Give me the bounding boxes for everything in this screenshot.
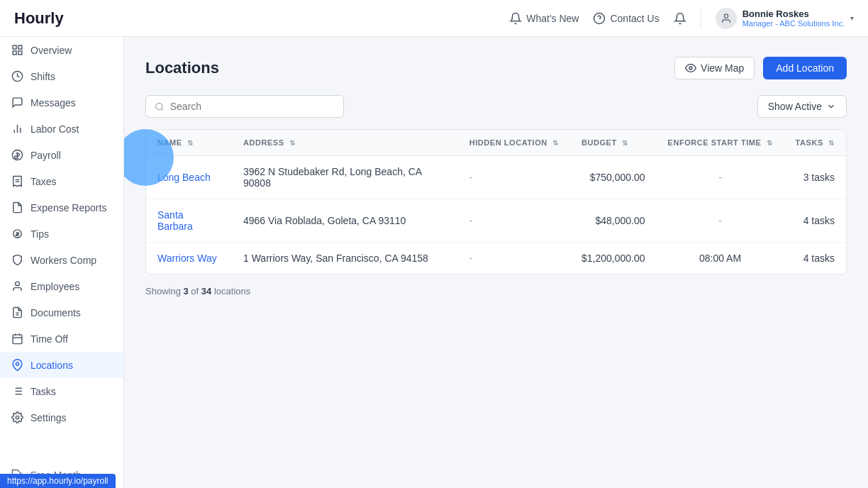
toolbar: Show Active xyxy=(145,95,847,118)
budget-cell: $48,000.00 xyxy=(570,199,657,243)
coin-icon xyxy=(11,228,23,240)
budget-cell: $1,200,000.00 xyxy=(570,243,657,274)
table-row: Warriors Way1 Warriors Way, San Francisc… xyxy=(146,243,846,274)
sidebar-item-workers-comp[interactable]: Workers Comp xyxy=(0,247,123,273)
header-divider xyxy=(701,9,701,28)
svg-point-22 xyxy=(16,362,18,365)
page-header: Locations View Map Add Location xyxy=(145,57,847,79)
sidebar-item-label: Taxes xyxy=(30,176,57,187)
svg-point-15 xyxy=(16,282,20,286)
sidebar-item-payroll[interactable]: Payroll xyxy=(0,142,123,168)
sidebar-item-documents[interactable]: Documents xyxy=(0,299,123,326)
col-name[interactable]: NAME ⇅ xyxy=(146,130,232,156)
svg-line-34 xyxy=(162,109,163,110)
enforce-start-time-cell: - xyxy=(657,156,784,199)
sidebar-item-label: Locations xyxy=(30,360,73,371)
show-active-button[interactable]: Show Active xyxy=(757,95,847,118)
person-icon xyxy=(11,280,23,292)
sidebar-item-label: Payroll xyxy=(30,150,61,161)
user-name: Bonnie Roskes xyxy=(742,9,845,19)
svg-rect-4 xyxy=(18,45,22,49)
sidebar-item-messages[interactable]: Messages xyxy=(0,89,123,116)
notification-icon xyxy=(674,12,686,25)
chevron-down-icon: ▾ xyxy=(850,14,854,22)
sidebar-item-label: Labor Cost xyxy=(30,123,79,135)
enforce-start-time-cell: - xyxy=(657,199,784,243)
eye-icon xyxy=(685,62,696,74)
svg-point-32 xyxy=(689,67,692,70)
sidebar-item-label: Overview xyxy=(30,45,72,56)
location-name[interactable]: Warriors Way xyxy=(146,243,232,274)
sidebar-item-label: Messages xyxy=(30,97,76,109)
page-title: Locations xyxy=(145,59,219,77)
svg-point-29 xyxy=(16,416,18,418)
sidebar-item-label: Tips xyxy=(30,228,49,240)
sidebar-item-locations[interactable]: Locations xyxy=(0,352,123,378)
sidebar-item-tips[interactable]: Tips xyxy=(0,221,123,247)
doc-icon xyxy=(11,306,23,318)
add-location-button[interactable]: Add Location xyxy=(763,57,847,79)
sidebar-item-label: Employees xyxy=(30,281,79,292)
receipt-icon xyxy=(11,175,23,187)
col-budget[interactable]: BUDGET ⇅ xyxy=(570,130,657,156)
col-enforce-start-time[interactable]: ENFORCE START TIME ⇅ xyxy=(657,130,784,156)
location-name[interactable]: Long Beach xyxy=(146,156,232,199)
grid-icon xyxy=(11,44,23,56)
list-icon xyxy=(11,385,23,397)
sidebar-item-expense-reports[interactable]: Expense Reports xyxy=(0,194,123,221)
sidebar-item-labor-cost[interactable]: Labor Cost xyxy=(0,116,123,142)
sidebar-item-time-off[interactable]: Time Off xyxy=(0,326,123,352)
help-icon xyxy=(593,12,606,25)
budget-cell: $750,000.00 xyxy=(570,156,657,199)
svg-point-2 xyxy=(724,14,728,18)
notifications-button[interactable] xyxy=(674,12,686,25)
sidebar-item-taxes[interactable]: Taxes xyxy=(0,168,123,194)
gear-icon xyxy=(11,411,23,423)
bell-icon xyxy=(509,12,522,25)
bar-chart-icon xyxy=(11,123,23,135)
user-info: Bonnie Roskes Manager - ABC Solutions In… xyxy=(742,9,845,28)
sidebar-item-label: Time Off xyxy=(30,333,68,345)
chevron-down-icon xyxy=(826,101,836,111)
app-logo: Hourly xyxy=(14,9,64,28)
sidebar-item-label: Documents xyxy=(30,307,81,318)
svg-rect-18 xyxy=(13,335,22,344)
col-tasks[interactable]: TASKS ⇅ xyxy=(784,130,846,156)
svg-rect-5 xyxy=(18,51,22,55)
location-address: 4966 Via Roblada, Goleta, CA 93110 xyxy=(232,199,458,243)
search-icon xyxy=(155,101,165,112)
table-row: Santa Barbara4966 Via Roblada, Goleta, C… xyxy=(146,199,846,243)
pin-icon xyxy=(11,359,23,371)
hidden-location-cell: - xyxy=(458,199,570,243)
location-address: 3962 N Studebaker Rd, Long Beach, CA 908… xyxy=(232,156,458,199)
tasks-cell: 3 tasks xyxy=(784,156,846,199)
table-row: Long Beach3962 N Studebaker Rd, Long Bea… xyxy=(146,156,846,199)
user-role: Manager - ABC Solutions Inc. xyxy=(742,19,845,28)
tasks-cell: 4 tasks xyxy=(784,199,846,243)
svg-point-33 xyxy=(156,103,162,109)
avatar xyxy=(716,8,737,29)
search-box[interactable] xyxy=(145,95,344,118)
view-map-button[interactable]: View Map xyxy=(674,57,755,79)
sidebar-item-settings[interactable]: Settings xyxy=(0,404,123,431)
location-name[interactable]: Santa Barbara xyxy=(146,199,232,243)
locations-table: NAME ⇅ ADDRESS ⇅ HIDDEN LOCATION ⇅ BUDGE… xyxy=(145,129,847,274)
shield-icon xyxy=(11,254,23,266)
col-hidden-location[interactable]: HIDDEN LOCATION ⇅ xyxy=(458,130,570,156)
whats-new-button[interactable]: What's New xyxy=(509,12,579,25)
hidden-location-cell: - xyxy=(458,156,570,199)
table-footer: Showing 3 of 34 locations xyxy=(145,286,847,296)
tasks-cell: 4 tasks xyxy=(784,243,846,274)
contact-us-button[interactable]: Contact Us xyxy=(593,12,659,25)
sidebar-item-employees[interactable]: Employees xyxy=(0,273,123,299)
sidebar-item-tasks[interactable]: Tasks xyxy=(0,378,123,404)
user-menu-button[interactable]: Bonnie Roskes Manager - ABC Solutions In… xyxy=(716,8,854,29)
sidebar-item-overview[interactable]: Overview xyxy=(0,37,123,63)
sidebar-item-label: Expense Reports xyxy=(30,202,106,214)
col-address[interactable]: ADDRESS ⇅ xyxy=(232,130,458,156)
search-input[interactable] xyxy=(170,101,335,112)
main-content: Locations View Map Add Location Show Act… xyxy=(124,37,868,488)
sidebar-item-shifts[interactable]: Shifts xyxy=(0,63,123,89)
location-address: 1 Warriors Way, San Francisco, CA 94158 xyxy=(232,243,458,274)
calendar-icon xyxy=(11,333,23,345)
